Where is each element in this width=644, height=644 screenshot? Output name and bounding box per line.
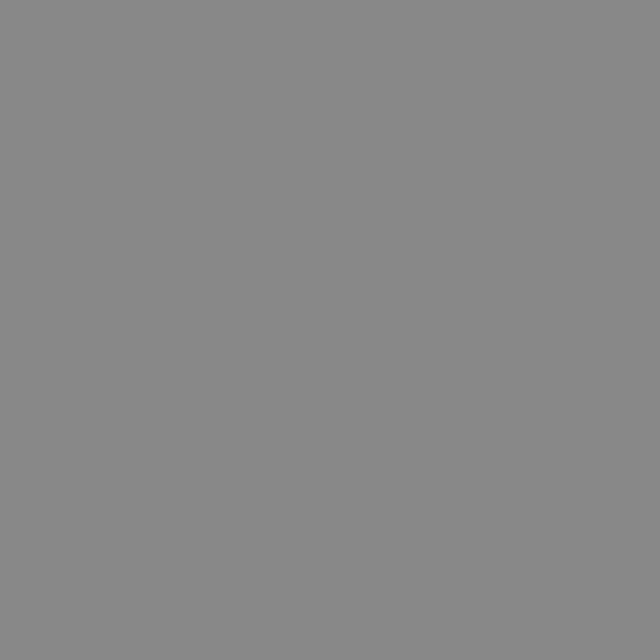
card-question: Когда вы создали этот аккаунт Google? bbox=[216, 355, 428, 368]
svg-point-109 bbox=[617, 323, 628, 334]
svg-point-55 bbox=[478, 617, 489, 628]
svg-point-4 bbox=[91, 16, 102, 27]
svg-point-5 bbox=[111, 16, 121, 27]
logo-letter-l: l bbox=[347, 132, 353, 166]
svg-point-97 bbox=[617, 91, 628, 102]
month-select[interactable]: Месяц Январь Февраль Март Апрель Май Июн… bbox=[156, 383, 319, 411]
svg-point-121 bbox=[617, 555, 628, 566]
logo-letter-o1: o bbox=[298, 132, 314, 166]
svg-point-118 bbox=[617, 497, 628, 508]
page-subtitle: Чтобы подтвердить, что аккаунт принадлеж… bbox=[203, 227, 441, 257]
svg-point-110 bbox=[617, 342, 628, 353]
svg-rect-131 bbox=[308, 298, 313, 307]
next-button[interactable]: Далее bbox=[156, 424, 489, 455]
subtitle-line2: ответьте на вопросы. bbox=[273, 244, 372, 255]
page-email: @gmail.com bbox=[240, 203, 404, 219]
svg-point-37 bbox=[130, 617, 141, 628]
svg-point-112 bbox=[617, 381, 628, 392]
svg-point-103 bbox=[617, 207, 628, 218]
svg-point-107 bbox=[617, 285, 628, 295]
svg-point-82 bbox=[16, 400, 27, 411]
address-text: accounts.google.com/signin/challenge/acd… bbox=[151, 88, 557, 99]
svg-point-95 bbox=[617, 53, 628, 63]
tab-close-button[interactable]: ✕ bbox=[158, 63, 165, 73]
address-bar: ‹ › ↻ ⊞ 🔒 accounts.google.com/signin/cha… bbox=[27, 78, 617, 109]
address-bar-input[interactable]: 🔒 accounts.google.com/signin/challenge/a… bbox=[126, 83, 566, 104]
tab-bar: G Проблемы с аккаунтом ✕ + ≡ bbox=[27, 52, 617, 78]
svg-point-89 bbox=[16, 536, 27, 547]
active-tab[interactable]: G Проблемы с аккаунтом ✕ bbox=[30, 56, 173, 78]
svg-point-25 bbox=[497, 16, 508, 27]
svg-point-98 bbox=[617, 111, 628, 121]
year-select[interactable]: Год 2024 2023 2022 2021 2020 2019 2018 2… bbox=[326, 383, 489, 411]
svg-point-36 bbox=[111, 617, 121, 628]
svg-point-26 bbox=[516, 16, 527, 27]
window-controls: ─ □ ✕ bbox=[547, 31, 611, 48]
logo-letter-e: e bbox=[353, 132, 370, 166]
scrollbar[interactable] bbox=[606, 109, 617, 617]
svg-point-85 bbox=[16, 458, 27, 469]
svg-point-46 bbox=[304, 617, 315, 628]
svg-point-90 bbox=[16, 555, 27, 566]
browser-logo-icon: O bbox=[33, 33, 46, 46]
svg-point-75 bbox=[16, 265, 27, 276]
svg-point-7 bbox=[149, 16, 160, 27]
svg-point-84 bbox=[16, 439, 27, 450]
svg-point-51 bbox=[400, 617, 411, 628]
badge-1: 1 bbox=[487, 389, 504, 406]
svg-point-42 bbox=[227, 617, 237, 628]
next-button-wrap: Далее 2 bbox=[156, 424, 489, 455]
switch-account-link[interactable]: Использовать другой аккаунт bbox=[254, 547, 390, 559]
svg-point-35 bbox=[91, 617, 102, 628]
other-question-link[interactable]: Другой вопрос bbox=[286, 483, 359, 496]
grid-button[interactable]: ⊞ bbox=[103, 83, 123, 104]
svg-point-124 bbox=[617, 613, 628, 624]
svg-point-63 bbox=[16, 33, 27, 44]
title-bar: O Меню ─ □ ✕ bbox=[27, 27, 617, 52]
page-footer: Использовать другой аккаунт bbox=[254, 530, 390, 560]
svg-point-105 bbox=[617, 246, 628, 257]
svg-point-76 bbox=[16, 285, 27, 295]
svg-point-120 bbox=[617, 536, 628, 547]
svg-point-15 bbox=[304, 16, 315, 27]
svg-point-58 bbox=[536, 617, 547, 628]
svg-point-50 bbox=[381, 617, 392, 628]
calendar-icon: 1 bbox=[299, 295, 346, 341]
refresh-button[interactable]: ↻ bbox=[80, 83, 100, 104]
tab-menu-button[interactable]: ≡ bbox=[592, 56, 614, 78]
svg-point-69 bbox=[16, 149, 27, 160]
svg-point-52 bbox=[420, 617, 431, 628]
close-button[interactable]: ✕ bbox=[591, 31, 611, 48]
svg-point-96 bbox=[617, 72, 628, 83]
svg-point-114 bbox=[617, 420, 628, 431]
svg-point-79 bbox=[16, 342, 27, 353]
svg-point-99 bbox=[617, 130, 628, 141]
svg-point-53 bbox=[439, 617, 450, 628]
lock-icon: 🔒 bbox=[135, 88, 146, 99]
svg-point-101 bbox=[617, 169, 628, 179]
svg-point-104 bbox=[617, 227, 628, 237]
svg-text:G: G bbox=[42, 64, 47, 72]
maximize-button[interactable]: □ bbox=[569, 31, 589, 48]
svg-point-43 bbox=[246, 617, 257, 628]
svg-point-54 bbox=[458, 617, 469, 628]
back-button[interactable]: ‹ bbox=[33, 83, 53, 104]
google-logo: Google bbox=[274, 132, 370, 167]
svg-point-12 bbox=[246, 16, 257, 27]
svg-point-28 bbox=[555, 16, 566, 27]
scrollbar-thumb[interactable] bbox=[608, 109, 615, 140]
svg-point-66 bbox=[16, 91, 27, 102]
svg-point-61 bbox=[594, 617, 605, 628]
forward-button[interactable]: › bbox=[56, 83, 77, 104]
svg-point-38 bbox=[149, 617, 160, 628]
svg-point-100 bbox=[617, 149, 628, 160]
bookmark-icon[interactable]: ♡ bbox=[569, 83, 589, 104]
heart-icon[interactable]: ☆ bbox=[591, 83, 611, 104]
svg-point-67 bbox=[16, 111, 27, 121]
svg-point-27 bbox=[536, 16, 547, 27]
svg-point-72 bbox=[16, 207, 27, 218]
minimize-button[interactable]: ─ bbox=[547, 31, 567, 48]
new-tab-button[interactable]: + bbox=[173, 56, 195, 78]
badge-2: 2 bbox=[487, 431, 504, 448]
svg-point-6 bbox=[130, 16, 141, 27]
